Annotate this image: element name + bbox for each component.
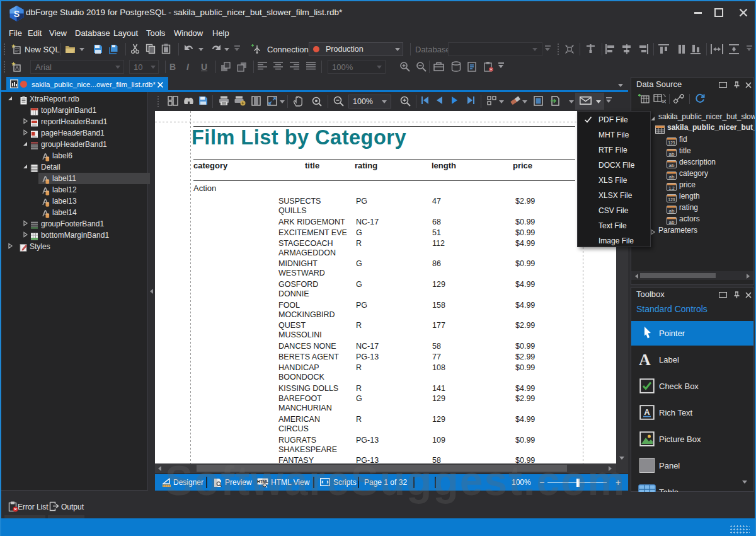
svg-text:ab: ab (669, 174, 675, 180)
svg-text:ab: ab (669, 151, 675, 157)
svg-text:123: 123 (668, 197, 675, 202)
svg-text:ab: ab (669, 163, 675, 168)
svg-text:ab: ab (669, 208, 675, 214)
svg-text:123: 123 (668, 141, 675, 145)
svg-text:1.2: 1.2 (668, 186, 674, 190)
svg-text:S: S (14, 9, 20, 19)
svg-text:A: A (644, 407, 650, 417)
